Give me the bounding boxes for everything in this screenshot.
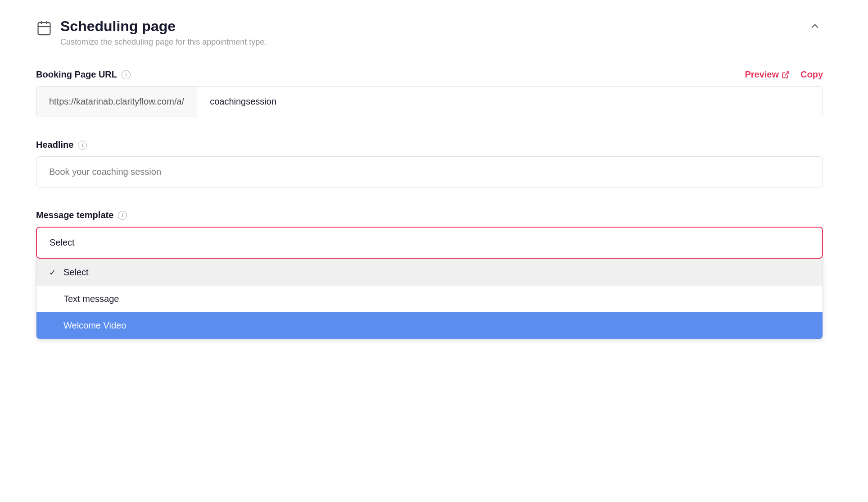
collapse-button[interactable] — [807, 18, 823, 36]
selected-option-text: Select — [50, 237, 75, 247]
dropdown-item-select[interactable]: ✓ Select — [36, 259, 823, 286]
headline-section: Headline i — [36, 140, 823, 187]
booking-url-section: Booking Page URL i Preview Copy https://… — [36, 69, 823, 117]
message-template-dropdown: ✓ Select Text message Welcome Video — [36, 259, 823, 339]
copy-button[interactable]: Copy — [800, 69, 823, 80]
svg-line-4 — [785, 72, 789, 75]
header-section: Scheduling page Customize the scheduling… — [36, 18, 823, 47]
url-input-container: https://katarinab.clarityflow.com/a/ — [36, 86, 823, 117]
headline-input[interactable] — [36, 156, 823, 187]
header-left: Scheduling page Customize the scheduling… — [36, 18, 267, 47]
preview-button[interactable]: Preview — [745, 69, 790, 80]
dropdown-item-text-message[interactable]: Text message — [36, 286, 823, 312]
dropdown-item-label-text-message: Text message — [63, 294, 119, 304]
preview-label: Preview — [745, 69, 779, 80]
booking-url-label-left: Booking Page URL i — [36, 69, 131, 80]
headline-info-icon[interactable]: i — [78, 141, 87, 150]
message-template-select[interactable]: Select — [36, 227, 823, 259]
message-template-info-icon[interactable]: i — [118, 211, 127, 220]
preview-copy-actions: Preview Copy — [745, 69, 823, 80]
url-base-text: https://katarinab.clarityflow.com/a/ — [36, 87, 197, 117]
dropdown-item-welcome-video[interactable]: Welcome Video — [36, 312, 823, 339]
svg-rect-0 — [38, 23, 50, 35]
url-slug-input[interactable] — [197, 87, 823, 117]
booking-url-label: Booking Page URL — [36, 69, 117, 80]
headline-label-row: Headline i — [36, 140, 823, 150]
message-template-label: Message template — [36, 210, 113, 220]
headline-label: Headline — [36, 140, 73, 150]
header-text: Scheduling page Customize the scheduling… — [60, 18, 267, 47]
checkmark-select: ✓ — [49, 268, 58, 278]
booking-url-info-icon[interactable]: i — [122, 70, 131, 79]
page-subtitle: Customize the scheduling page for this a… — [60, 37, 267, 47]
message-template-label-row: Message template i — [36, 210, 823, 220]
dropdown-item-label-welcome-video: Welcome Video — [63, 320, 126, 331]
dropdown-item-label-select: Select — [63, 267, 89, 278]
booking-url-label-row: Booking Page URL i Preview Copy — [36, 69, 823, 80]
message-template-select-container: Select ✓ Select Text message Welcome Vid… — [36, 227, 823, 259]
message-template-section: Message template i Select ✓ Select Text … — [36, 210, 823, 259]
page-title: Scheduling page — [60, 18, 267, 35]
calendar-icon — [36, 20, 52, 38]
